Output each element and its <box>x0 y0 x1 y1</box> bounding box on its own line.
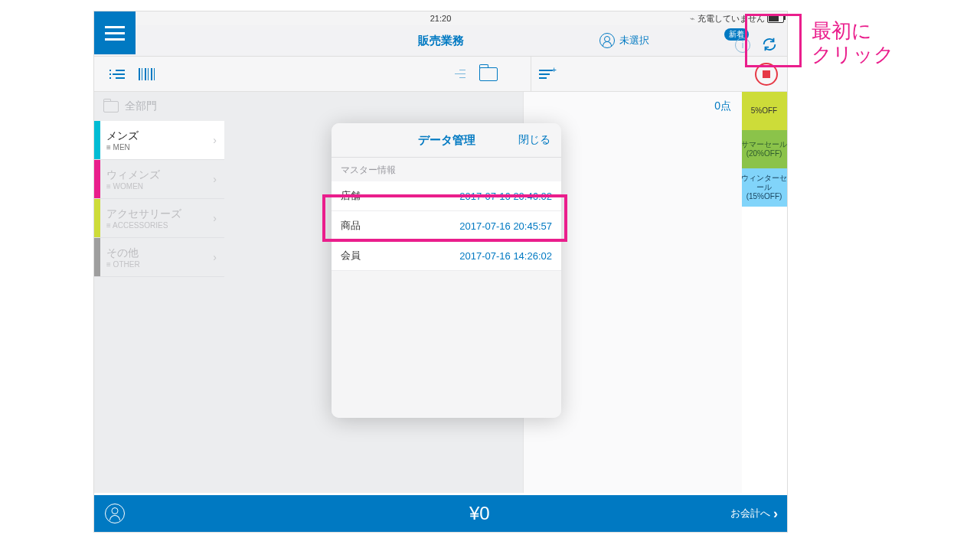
info-button[interactable]: i <box>735 37 750 53</box>
chevron-right-icon: › <box>213 212 217 224</box>
category-color-bar <box>94 199 100 237</box>
popover-title: データ管理 <box>418 133 475 148</box>
user-icon <box>105 504 125 523</box>
category-color-bar <box>94 238 100 276</box>
category-sub: ≡ WOMEN <box>106 182 213 191</box>
popover-header: データ管理 閉じる <box>332 123 561 158</box>
checklist-icon[interactable] <box>450 69 466 80</box>
popover-body: マスター情報 店舗 2017-07-16 20:46:02商品 2017-07-… <box>332 158 561 418</box>
status-time: 21:20 <box>430 14 452 23</box>
master-row-2[interactable]: 会員 2017-07-16 14:26:02 <box>332 241 561 271</box>
category-name: アクセサリーズ <box>106 207 213 221</box>
annotation-text: 最初に クリック <box>812 19 894 67</box>
checkout-label: お会計へ <box>730 507 770 520</box>
record-button[interactable] <box>755 63 778 86</box>
cart-count: 0点 <box>524 92 742 121</box>
status-right: ⌁ 充電していません <box>690 13 784 24</box>
row-timestamp: 2017-07-16 20:46:02 <box>459 191 552 202</box>
master-row-0[interactable]: 店舗 2017-07-16 20:46:02 <box>332 181 561 211</box>
status-bar: iPad 21:20 ⌁ 充電していません <box>94 11 787 25</box>
category-name: ウィメンズ <box>106 168 213 182</box>
sort-add-icon[interactable] <box>539 68 554 80</box>
all-depts-label: 全部門 <box>125 99 157 113</box>
checkout-button[interactable]: お会計へ › <box>730 506 778 522</box>
bluetooth-icon: ⌁ <box>690 14 695 24</box>
list-view-icon[interactable] <box>109 69 125 80</box>
nav-bar: 販売業務 未選択 新着 i <box>94 25 787 57</box>
sidebar-category-1[interactable]: ウィメンズ ≡ WOMEN › <box>94 160 224 199</box>
menu-button[interactable] <box>94 11 136 54</box>
folder-icon[interactable] <box>479 67 498 81</box>
chevron-right-icon: › <box>773 506 778 522</box>
stop-icon <box>763 70 770 78</box>
row-label: 商品 <box>341 219 361 233</box>
user-icon <box>599 33 615 48</box>
category-sub: ≡ ACCESSORIES <box>106 221 213 230</box>
folder-gray-icon <box>103 101 119 112</box>
user-selector[interactable]: 未選択 <box>599 33 649 48</box>
category-sub: ≡ OTHER <box>106 260 213 269</box>
total-amount: ¥0 <box>469 503 490 524</box>
category-name: メンズ <box>106 129 213 143</box>
toolbar <box>94 57 787 92</box>
discount-button-1[interactable]: サマーセール (20%OFF) <box>741 130 787 168</box>
category-name: その他 <box>106 246 213 260</box>
footer-user-button[interactable] <box>94 504 136 523</box>
page-title: 販売業務 <box>418 34 464 48</box>
refresh-button[interactable] <box>761 36 778 53</box>
sidebar-category-3[interactable]: その他 ≡ OTHER › <box>94 238 224 277</box>
category-sub: ≡ MEN <box>106 143 213 152</box>
sidebar-category-0[interactable]: メンズ ≡ MEN › <box>94 121 224 160</box>
close-button[interactable]: 閉じる <box>518 133 550 147</box>
discount-column: 5%OFFサマーセール (20%OFF)ウィンターセール (15%OFF) <box>741 92 787 493</box>
barcode-icon[interactable] <box>139 68 155 80</box>
chevron-right-icon: › <box>213 134 217 146</box>
discount-button-0[interactable]: 5%OFF <box>741 92 787 130</box>
user-status-label: 未選択 <box>619 34 649 47</box>
section-header: マスター情報 <box>332 158 561 181</box>
discount-button-2[interactable]: ウィンターセール (15%OFF) <box>741 168 787 207</box>
data-management-popover: データ管理 閉じる マスター情報 店舗 2017-07-16 20:46:02商… <box>332 123 561 418</box>
hamburger-icon <box>105 32 125 34</box>
sidebar: 全部門 メンズ ≡ MEN › ウィメンズ ≡ WOMEN › アクセサリーズ … <box>94 92 224 493</box>
row-label: 会員 <box>341 249 361 262</box>
chevron-right-icon: › <box>213 251 217 263</box>
chevron-right-icon: › <box>213 173 217 185</box>
device-frame: iPad 21:20 ⌁ 充電していません 販売業務 未選択 新着 i <box>94 11 787 532</box>
row-timestamp: 2017-07-16 20:45:57 <box>459 220 552 232</box>
row-label: 店舗 <box>341 189 361 203</box>
all-departments[interactable]: 全部門 <box>94 92 224 121</box>
row-timestamp: 2017-07-16 14:26:02 <box>459 250 552 262</box>
category-color-bar <box>94 160 100 198</box>
battery-icon <box>767 14 784 23</box>
charging-label: 充電していません <box>697 13 765 24</box>
footer-bar: ¥0 お会計へ › <box>94 495 787 532</box>
sidebar-category-2[interactable]: アクセサリーズ ≡ ACCESSORIES › <box>94 199 224 238</box>
master-row-1[interactable]: 商品 2017-07-16 20:45:57 <box>332 211 561 241</box>
category-color-bar <box>94 121 100 159</box>
